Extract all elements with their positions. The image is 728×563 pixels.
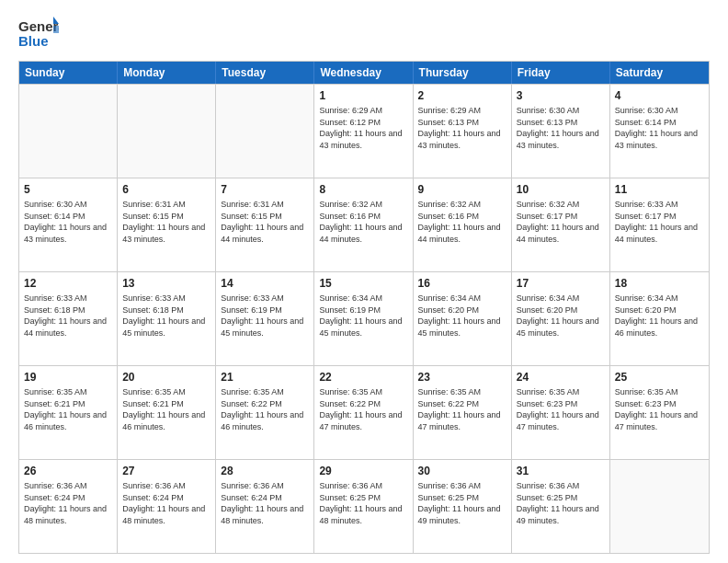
day-info: Sunrise: 6:35 AMSunset: 6:21 PMDaylight:… [24, 386, 112, 432]
day-info: Sunrise: 6:33 AMSunset: 6:18 PMDaylight:… [24, 293, 112, 339]
day-info: Sunrise: 6:36 AMSunset: 6:24 PMDaylight:… [24, 480, 112, 526]
day-number: 9 [418, 182, 506, 197]
svg-text:General: General [18, 18, 59, 34]
day-number: 20 [122, 370, 210, 385]
day-info: Sunrise: 6:32 AMSunset: 6:17 PMDaylight:… [517, 199, 605, 245]
calendar-cell [19, 85, 118, 178]
day-info: Sunrise: 6:33 AMSunset: 6:17 PMDaylight:… [615, 199, 704, 245]
calendar-cell: 17Sunrise: 6:34 AMSunset: 6:20 PMDayligh… [512, 272, 610, 365]
day-number: 16 [418, 276, 506, 291]
day-number: 13 [122, 276, 210, 291]
calendar-cell: 15Sunrise: 6:34 AMSunset: 6:19 PMDayligh… [314, 272, 413, 365]
calendar-cell: 11Sunrise: 6:33 AMSunset: 6:17 PMDayligh… [610, 178, 709, 271]
calendar-cell: 8Sunrise: 6:32 AMSunset: 6:16 PMDaylight… [314, 178, 413, 271]
day-number: 2 [418, 88, 506, 103]
calendar-cell: 2Sunrise: 6:29 AMSunset: 6:13 PMDaylight… [414, 85, 512, 178]
day-number: 26 [24, 464, 112, 478]
day-number: 10 [517, 182, 605, 197]
day-info: Sunrise: 6:35 AMSunset: 6:23 PMDaylight:… [517, 386, 605, 432]
day-number: 24 [517, 370, 605, 385]
day-number: 18 [615, 276, 704, 291]
day-info: Sunrise: 6:32 AMSunset: 6:16 PMDaylight:… [319, 199, 407, 245]
calendar-cell: 9Sunrise: 6:32 AMSunset: 6:16 PMDaylight… [414, 178, 512, 271]
calendar-header-row: SundayMondayTuesdayWednesdayThursdayFrid… [19, 62, 709, 84]
calendar-cell: 4Sunrise: 6:30 AMSunset: 6:14 PMDaylight… [610, 85, 709, 178]
calendar-cell: 3Sunrise: 6:30 AMSunset: 6:13 PMDaylight… [512, 85, 610, 178]
svg-marker-3 [53, 26, 59, 33]
day-number: 23 [418, 370, 506, 385]
calendar-cell: 6Sunrise: 6:31 AMSunset: 6:15 PMDaylight… [118, 178, 216, 271]
weekday-header: Friday [512, 62, 610, 84]
day-info: Sunrise: 6:36 AMSunset: 6:25 PMDaylight:… [418, 480, 506, 526]
calendar-cell: 31Sunrise: 6:36 AMSunset: 6:25 PMDayligh… [512, 460, 610, 553]
weekday-header: Thursday [414, 62, 512, 84]
day-number: 1 [319, 88, 407, 103]
day-number: 29 [319, 464, 407, 478]
day-number: 27 [122, 464, 210, 478]
day-info: Sunrise: 6:35 AMSunset: 6:22 PMDaylight:… [221, 386, 309, 432]
calendar-cell: 7Sunrise: 6:31 AMSunset: 6:15 PMDaylight… [216, 178, 314, 271]
day-number: 28 [221, 464, 309, 478]
weekday-header: Wednesday [314, 62, 413, 84]
calendar-cell [216, 85, 314, 178]
calendar-row: 26Sunrise: 6:36 AMSunset: 6:24 PMDayligh… [19, 459, 709, 553]
calendar-cell: 16Sunrise: 6:34 AMSunset: 6:20 PMDayligh… [414, 272, 512, 365]
svg-text:Blue: Blue [18, 33, 49, 49]
calendar-body: 1Sunrise: 6:29 AMSunset: 6:12 PMDaylight… [19, 84, 709, 553]
calendar-row: 5Sunrise: 6:30 AMSunset: 6:14 PMDaylight… [19, 178, 709, 271]
day-number: 6 [122, 182, 210, 197]
day-info: Sunrise: 6:30 AMSunset: 6:14 PMDaylight:… [615, 105, 704, 151]
day-info: Sunrise: 6:32 AMSunset: 6:16 PMDaylight:… [418, 199, 506, 245]
day-number: 17 [517, 276, 605, 291]
page-header: General Blue [18, 15, 710, 52]
day-info: Sunrise: 6:33 AMSunset: 6:19 PMDaylight:… [221, 293, 309, 339]
weekday-header: Tuesday [216, 62, 314, 84]
day-info: Sunrise: 6:33 AMSunset: 6:18 PMDaylight:… [122, 293, 210, 339]
calendar-cell: 22Sunrise: 6:35 AMSunset: 6:22 PMDayligh… [314, 366, 413, 459]
day-number: 3 [517, 88, 605, 103]
day-info: Sunrise: 6:29 AMSunset: 6:13 PMDaylight:… [418, 105, 506, 151]
day-info: Sunrise: 6:31 AMSunset: 6:15 PMDaylight:… [122, 199, 210, 245]
calendar-cell: 20Sunrise: 6:35 AMSunset: 6:21 PMDayligh… [118, 366, 216, 459]
day-info: Sunrise: 6:30 AMSunset: 6:14 PMDaylight:… [24, 199, 112, 245]
calendar-row: 1Sunrise: 6:29 AMSunset: 6:12 PMDaylight… [19, 84, 709, 178]
calendar-row: 19Sunrise: 6:35 AMSunset: 6:21 PMDayligh… [19, 365, 709, 459]
calendar-cell: 23Sunrise: 6:35 AMSunset: 6:22 PMDayligh… [414, 366, 512, 459]
day-info: Sunrise: 6:36 AMSunset: 6:25 PMDaylight:… [517, 480, 605, 526]
day-number: 7 [221, 182, 309, 197]
calendar-cell: 27Sunrise: 6:36 AMSunset: 6:24 PMDayligh… [118, 460, 216, 553]
day-number: 5 [24, 182, 112, 197]
calendar-cell: 21Sunrise: 6:35 AMSunset: 6:22 PMDayligh… [216, 366, 314, 459]
calendar-cell: 25Sunrise: 6:35 AMSunset: 6:23 PMDayligh… [610, 366, 709, 459]
day-info: Sunrise: 6:36 AMSunset: 6:24 PMDaylight:… [122, 480, 210, 526]
weekday-header: Sunday [19, 62, 118, 84]
calendar-cell: 30Sunrise: 6:36 AMSunset: 6:25 PMDayligh… [414, 460, 512, 553]
calendar-cell: 13Sunrise: 6:33 AMSunset: 6:18 PMDayligh… [118, 272, 216, 365]
calendar-cell: 28Sunrise: 6:36 AMSunset: 6:24 PMDayligh… [216, 460, 314, 553]
calendar-cell: 12Sunrise: 6:33 AMSunset: 6:18 PMDayligh… [19, 272, 118, 365]
day-number: 31 [517, 464, 605, 478]
calendar-cell: 26Sunrise: 6:36 AMSunset: 6:24 PMDayligh… [19, 460, 118, 553]
day-number: 30 [418, 464, 506, 478]
calendar-cell: 10Sunrise: 6:32 AMSunset: 6:17 PMDayligh… [512, 178, 610, 271]
day-info: Sunrise: 6:35 AMSunset: 6:22 PMDaylight:… [418, 386, 506, 432]
day-info: Sunrise: 6:36 AMSunset: 6:24 PMDaylight:… [221, 480, 309, 526]
day-info: Sunrise: 6:36 AMSunset: 6:25 PMDaylight:… [319, 480, 407, 526]
calendar-row: 12Sunrise: 6:33 AMSunset: 6:18 PMDayligh… [19, 271, 709, 365]
calendar-cell: 5Sunrise: 6:30 AMSunset: 6:14 PMDaylight… [19, 178, 118, 271]
day-number: 15 [319, 276, 407, 291]
day-number: 14 [221, 276, 309, 291]
calendar-cell [118, 85, 216, 178]
day-info: Sunrise: 6:35 AMSunset: 6:22 PMDaylight:… [319, 386, 407, 432]
calendar-cell: 18Sunrise: 6:34 AMSunset: 6:20 PMDayligh… [610, 272, 709, 365]
day-number: 22 [319, 370, 407, 385]
day-info: Sunrise: 6:29 AMSunset: 6:12 PMDaylight:… [319, 105, 407, 151]
calendar-cell: 24Sunrise: 6:35 AMSunset: 6:23 PMDayligh… [512, 366, 610, 459]
day-number: 4 [615, 88, 704, 103]
day-info: Sunrise: 6:34 AMSunset: 6:20 PMDaylight:… [517, 293, 605, 339]
day-info: Sunrise: 6:34 AMSunset: 6:20 PMDaylight:… [615, 293, 704, 339]
day-number: 25 [615, 370, 704, 385]
day-info: Sunrise: 6:35 AMSunset: 6:23 PMDaylight:… [615, 386, 704, 432]
day-info: Sunrise: 6:34 AMSunset: 6:20 PMDaylight:… [418, 293, 506, 339]
calendar-cell: 1Sunrise: 6:29 AMSunset: 6:12 PMDaylight… [314, 85, 413, 178]
